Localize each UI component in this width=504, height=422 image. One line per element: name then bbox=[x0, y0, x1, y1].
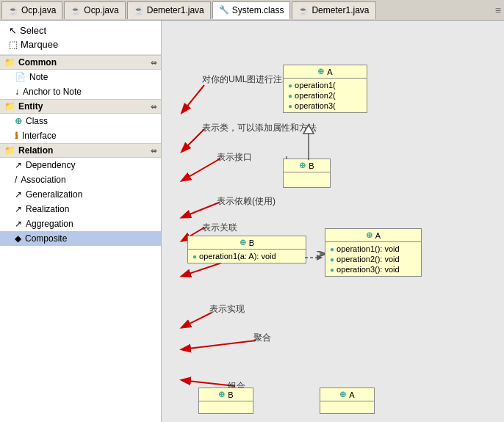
anchor-icon: ↓ bbox=[15, 87, 19, 97]
sidebar-item-generalization[interactable]: ↗ Generalization bbox=[0, 187, 161, 202]
uml-box-a-bot: ⊕ A bbox=[320, 388, 375, 414]
section-relation-icon: 📁 bbox=[4, 145, 15, 156]
class-circle-b-top: ⊕ bbox=[299, 161, 306, 170]
section-header-common[interactable]: 📁 Common ⇔ bbox=[0, 55, 161, 70]
tool-select[interactable]: ↖ Select bbox=[6, 23, 155, 37]
b-mid-op1: ● operation1(a: A): void bbox=[192, 251, 301, 261]
tool-select-label: Select bbox=[20, 25, 46, 36]
tab-demeter2[interactable]: ☕ Demeter1.java bbox=[292, 1, 375, 19]
sidebar-item-composite[interactable]: ◆ Composite bbox=[0, 231, 161, 246]
svg-marker-14 bbox=[317, 255, 323, 261]
op1: ● operation1( bbox=[288, 80, 362, 90]
realization-icon: ↗ bbox=[15, 204, 22, 214]
generalization-icon: ↗ bbox=[15, 189, 22, 200]
dashed-arrow bbox=[305, 252, 327, 263]
interface-icon: ℹ bbox=[15, 131, 18, 141]
tab-ocp1[interactable]: ☕ Ocp.java bbox=[1, 1, 62, 19]
tab-bar: ☕ Ocp.java ☕ Ocp.java ☕ Demeter1.java 🔧 … bbox=[0, 0, 504, 21]
uml-box-a-bot-title: A bbox=[349, 390, 354, 399]
content-area: 对你的UML图进行注释 表示类，可以添加属性和方法 表示接口 表示依赖(使用) … bbox=[162, 21, 504, 422]
svg-line-3 bbox=[182, 203, 219, 217]
ann-interface: 表示接口 bbox=[217, 151, 252, 164]
uml-box-a-mid-header: ⊕ A bbox=[325, 229, 421, 242]
uml-box-a-bot-header: ⊕ A bbox=[320, 388, 374, 401]
uml-box-b-bot: ⊕ B bbox=[198, 388, 253, 414]
ann-realization: 表示实现 bbox=[209, 303, 245, 316]
tab-demeter1[interactable]: ☕ Demeter1.java bbox=[127, 1, 211, 19]
java-icon-3: ☕ bbox=[134, 6, 144, 15]
collapse-icon-common: ⇔ bbox=[151, 59, 156, 67]
ann-dependency: 表示依赖(使用) bbox=[217, 195, 276, 208]
java-icon-1: ☕ bbox=[8, 6, 18, 15]
a-mid-op1: ● operation1(): void bbox=[330, 244, 417, 254]
section-relation-label: Relation bbox=[18, 145, 53, 156]
a-mid-op3: ● operation3(): void bbox=[330, 264, 417, 274]
tab-label-3: Demeter1.java bbox=[147, 5, 204, 15]
section-header-relation[interactable]: 📁 Relation ⇔ bbox=[0, 143, 161, 158]
realization-label: Realization bbox=[26, 204, 69, 214]
class-circle-b-mid: ⊕ bbox=[240, 238, 246, 247]
section-common-label: Common bbox=[18, 57, 57, 68]
association-icon: / bbox=[15, 175, 17, 185]
tab-label-5: Demeter1.java bbox=[312, 5, 369, 15]
uml-box-a-mid: ⊕ A ● operation1(): void ● operation2():… bbox=[325, 228, 422, 277]
sidebar-item-class[interactable]: ⊕ Class bbox=[0, 114, 161, 128]
section-header-entity[interactable]: 📁 Entity ⇔ bbox=[0, 99, 161, 114]
uml-box-b-top: ⊕ B bbox=[283, 159, 331, 188]
uml-box-a-mid-body: ● operation1(): void ● operation2(): voi… bbox=[325, 242, 421, 276]
tab-system-class[interactable]: 🔧 System.class bbox=[212, 1, 291, 19]
java-icon-5: ☕ bbox=[298, 6, 309, 15]
svg-line-0 bbox=[182, 85, 204, 112]
tab-overflow[interactable]: ≡ bbox=[495, 4, 504, 16]
dot-bm1: ● bbox=[192, 252, 197, 261]
op3: ● operation3( bbox=[288, 101, 362, 111]
section-common-icon: 📁 bbox=[4, 57, 15, 68]
sidebar-item-aggregation[interactable]: ↗ Aggregation bbox=[0, 217, 161, 231]
uml-box-a-top: ⊕ A ● operation1( ● operation2( ● operat… bbox=[283, 65, 367, 113]
sidebar-item-interface[interactable]: ℹ Interface bbox=[0, 128, 161, 143]
sidebar-item-anchor[interactable]: ↓ Anchor to Note bbox=[0, 84, 161, 99]
uml-box-a-top-body: ● operation1( ● operation2( ● operation3… bbox=[284, 79, 367, 112]
note-label: Note bbox=[29, 72, 48, 82]
sidebar-item-dependency[interactable]: ↗ Dependency bbox=[0, 158, 161, 172]
ann-association: 表示关联 bbox=[202, 222, 237, 234]
aggregation-label: Aggregation bbox=[26, 219, 73, 229]
dot-am3: ● bbox=[330, 266, 334, 274]
java-icon-2: ☕ bbox=[71, 6, 81, 15]
class-icon: ⊕ bbox=[15, 116, 22, 126]
tool-marquee[interactable]: ⬚ Marquee bbox=[6, 37, 155, 51]
dependency-label: Dependency bbox=[26, 160, 75, 170]
tool-marquee-label: Marquee bbox=[21, 39, 58, 50]
ann-class: 表示类，可以添加属性和方法 bbox=[202, 122, 317, 134]
sidebar-item-realization[interactable]: ↗ Realization bbox=[0, 202, 161, 217]
uml-box-b-mid-header: ⊕ B bbox=[188, 236, 306, 250]
collapse-icon-entity: ⇔ bbox=[151, 103, 156, 111]
sidebar-item-association[interactable]: / Association bbox=[0, 172, 161, 187]
select-icon: ↖ bbox=[9, 25, 17, 36]
svg-line-6 bbox=[182, 313, 212, 327]
uml-box-b-bot-title: B bbox=[228, 390, 233, 399]
uml-box-b-mid-title: B bbox=[249, 239, 254, 247]
a-mid-op2: ● operation2(): void bbox=[330, 254, 417, 264]
dot3: ● bbox=[288, 102, 292, 110]
section-entity-icon: 📁 bbox=[4, 101, 15, 112]
dot-am2: ● bbox=[330, 255, 334, 263]
marquee-icon: ⬚ bbox=[9, 39, 18, 50]
uml-box-b-bot-body bbox=[199, 401, 253, 413]
uml-box-b-bot-header: ⊕ B bbox=[199, 388, 253, 401]
association-label: Association bbox=[21, 175, 65, 185]
svg-line-2 bbox=[182, 159, 220, 181]
composite-icon: ◆ bbox=[15, 233, 21, 244]
dot1: ● bbox=[288, 81, 292, 90]
class-icon: 🔧 bbox=[219, 5, 229, 15]
svg-line-1 bbox=[182, 129, 204, 151]
uml-box-b-mid-body: ● operation1(a: A): void bbox=[188, 250, 306, 263]
tab-ocp2[interactable]: ☕ Ocp.java bbox=[64, 1, 125, 19]
sidebar-item-note[interactable]: 📄 Note bbox=[0, 70, 161, 84]
uml-box-a-top-title: A bbox=[327, 68, 332, 76]
uml-box-a-bot-body bbox=[320, 401, 374, 413]
class-circle-icon: ⊕ bbox=[317, 67, 324, 76]
uml-box-b-top-header: ⊕ B bbox=[284, 159, 330, 172]
class-label: Class bbox=[26, 116, 48, 126]
dependency-icon: ↗ bbox=[15, 160, 22, 170]
